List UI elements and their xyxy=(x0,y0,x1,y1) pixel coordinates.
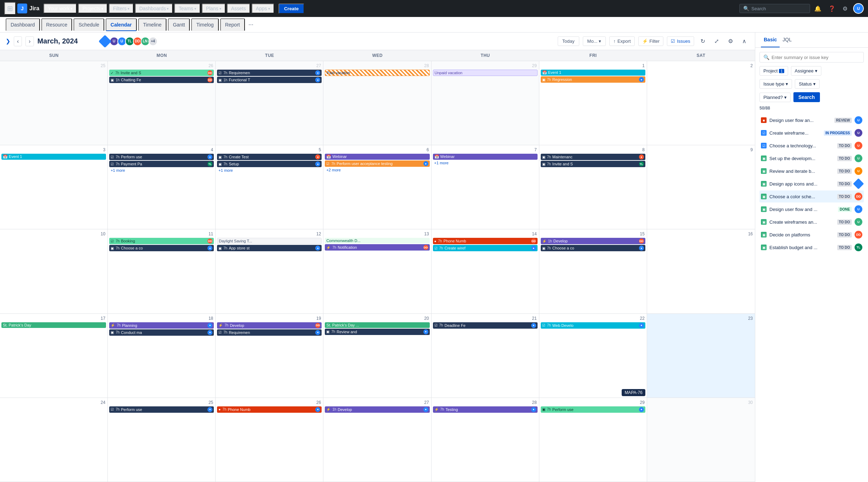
calendar-event[interactable]: ☑ 7h Perform use ● xyxy=(109,406,214,413)
collapse-button[interactable]: ∧ xyxy=(739,36,749,46)
calendar-cell[interactable]: 21 ☑ 7h Deadline Fe ● xyxy=(432,314,539,398)
apps-nav[interactable]: Apps ▾ xyxy=(252,4,274,13)
issue-item[interactable]: ☑ Choose a technology... TO DO U xyxy=(760,140,864,152)
calendar-cell[interactable]: 26 ● 7h Phone Numb ● xyxy=(216,398,323,482)
issue-search-box[interactable]: 🔍 xyxy=(760,52,864,63)
issue-item[interactable]: ▣ Establish budget and ... TO DO TL xyxy=(760,241,864,253)
more-events-link[interactable]: +1 more xyxy=(433,160,538,165)
calendar-cell-paid-vacation[interactable]: 28 Paid vacation xyxy=(323,61,431,145)
calendar-event[interactable]: ▣ 7h Conduct ma ● xyxy=(109,329,214,336)
calendar-cell[interactable]: 27 ⚡ 1h Develop ● xyxy=(323,398,431,482)
calendar-cell[interactable]: 25 xyxy=(0,61,108,145)
event1-event[interactable]: 📅 Event 1 xyxy=(541,70,645,76)
calendar-event[interactable]: ☑ 7h Perform user acceptance testing ● xyxy=(325,160,429,167)
tab-jql[interactable]: JQL xyxy=(780,33,794,47)
stpatricks-event[interactable]: St. Patrick's Day xyxy=(1,322,106,328)
status-filter-button[interactable]: Status ▾ xyxy=(795,79,820,89)
avatar-diamond[interactable] xyxy=(98,35,111,48)
tab-basic[interactable]: Basic xyxy=(761,33,780,47)
calendar-cell[interactable]: 15 ⚡ 1h Develop DD ▣ 7h Choose a co ● xyxy=(539,229,647,313)
calendar-cell[interactable]: 29 ▣ 7h Perform use ● xyxy=(539,398,647,482)
calendar-cell[interactable]: 3 📅 Event 1 xyxy=(0,145,108,229)
calendar-event[interactable]: ▣ 7h Perform use ● xyxy=(541,406,645,413)
calendar-cell[interactable]: 6 📅 Webinar ☑ 7h Perform user acceptance… xyxy=(323,145,431,229)
fullscreen-button[interactable]: ⤢ xyxy=(711,36,722,46)
timeline-tab[interactable]: Timeline xyxy=(138,18,166,31)
calendar-event[interactable]: ● 7h Phone Numb DD xyxy=(433,238,538,244)
stpatricks-event[interactable]: St. Patrick's Day ... xyxy=(325,322,429,328)
daylight-event[interactable]: Daylight Saving T... xyxy=(217,238,322,244)
calendar-event[interactable]: ⚡ 7h Planning ● xyxy=(109,322,214,329)
calendar-cell[interactable]: 14 ● 7h Phone Numb DD ☑ 7h Create wiref … xyxy=(432,229,539,313)
calendar-event[interactable]: ▣ 7h Choose a co ● xyxy=(541,245,645,251)
calendar-event[interactable]: ▣ 7h Invite and S TL xyxy=(541,161,645,167)
today-button[interactable]: Today xyxy=(558,36,579,46)
calendar-event[interactable]: ▣ 1h Functional T ● xyxy=(217,77,322,83)
help-button[interactable]: ❓ xyxy=(826,4,838,13)
issue-item[interactable]: ▣ Decide on platforms TO DO DD xyxy=(760,229,864,241)
commonwealth-event[interactable]: Commonwealth D... xyxy=(325,238,429,243)
your-work-nav[interactable]: Your work ▾ xyxy=(43,4,77,13)
calendar-event[interactable]: ▣ 7h Regression ● xyxy=(541,76,645,83)
plans-nav[interactable]: Plans ▾ xyxy=(202,4,225,13)
calendar-cell[interactable]: 1 📅 Event 1 ▣ 7h Regression ● xyxy=(539,61,647,145)
calendar-cell[interactable]: 5 ▣ 7h Create Test ● ▣ 7h Setup ● xyxy=(216,145,323,229)
issue-item[interactable]: ▣ Design user flow and ... DONE U xyxy=(760,203,864,215)
schedule-tab[interactable]: Schedule xyxy=(74,18,104,31)
calendar-cell[interactable]: 4 ☑ 7h Perform use ● ☑ 7h Payment Pa TL xyxy=(108,145,216,229)
planned-filter-button[interactable]: Planned? ▾ xyxy=(760,93,791,102)
issue-item[interactable]: ▣ Design app icons and... TO DO xyxy=(760,178,864,190)
calendar-cell[interactable]: 27 ☑ 7h Requiremen ● ▣ 1h Functional T ● xyxy=(216,61,323,145)
apps-menu-button[interactable]: ⊞ xyxy=(4,2,16,15)
calendar-event[interactable]: ☑ 7h Perform use ● xyxy=(109,154,214,160)
calendar-cell[interactable]: 19 ⚡ 7h Develop DD ☑ 7h Requiremen ● xyxy=(216,314,323,398)
more-events-link[interactable]: +1 more xyxy=(217,168,322,173)
settings-icon[interactable]: ⚙ xyxy=(725,36,736,46)
calendar-event[interactable]: ▣ 7h App store st ● xyxy=(217,245,322,251)
dashboards-nav[interactable]: Dashboards ▾ xyxy=(135,4,173,13)
unpaid-vacation-event[interactable]: Unpaid vacation xyxy=(433,70,538,76)
event1-event[interactable]: 📅 Event 1 xyxy=(1,154,106,160)
refresh-button[interactable]: ↻ xyxy=(698,36,708,46)
calendar-cell[interactable]: 7 📅 Webinar +1 more xyxy=(432,145,539,229)
calendar-event[interactable]: ⚡ 7h Notification DD xyxy=(325,244,429,251)
calendar-event[interactable]: ⚡ 1h Develop ● xyxy=(325,406,429,413)
notifications-button[interactable]: 🔔 xyxy=(811,4,824,13)
avatar-more[interactable]: +4 xyxy=(148,37,158,46)
calendar-cell[interactable]: 12 Daylight Saving T... ▣ 7h App store s… xyxy=(216,229,323,313)
calendar-cell[interactable]: 11 ☑ 7h Booking DD ▣ 7h Choose a co ● xyxy=(108,229,216,313)
calendar-next-button[interactable]: › xyxy=(25,36,34,46)
filter-button[interactable]: ⚡ Filter xyxy=(638,36,664,46)
issue-search-input[interactable] xyxy=(772,55,860,60)
teams-nav[interactable]: Teams ▾ xyxy=(174,4,200,13)
calendar-event[interactable]: ▣ 7h Maintenanc ● xyxy=(541,154,645,160)
calendar-cell[interactable]: 20 St. Patrick's Day ... ▣ 7h Review and… xyxy=(323,314,431,398)
issue-item[interactable]: ☑ Create wireframe... IN PROGRESS U xyxy=(760,127,864,139)
issue-item[interactable]: ■ Design user flow an... REVIEW U xyxy=(760,114,864,126)
calendar-cell[interactable]: 10 xyxy=(0,229,108,313)
issue-item-highlighted[interactable]: ▣ Choose a color sche... TO DO DD xyxy=(760,190,864,202)
calendar-prev-button[interactable]: ‹ xyxy=(14,36,22,46)
calendar-event[interactable]: ☑ 7h Create wiref ● xyxy=(433,245,538,251)
calendar-event[interactable]: ▣ 7h Choose a co ● xyxy=(109,245,214,251)
issues-button[interactable]: ☑ Issues xyxy=(667,36,694,46)
search-button[interactable]: Search xyxy=(793,92,820,102)
calendar-event[interactable]: ✓ 7h Invite and S DD xyxy=(109,70,214,76)
user-avatar[interactable]: U xyxy=(853,3,864,14)
calendar-event[interactable]: ☑ 7h Deadline Fe ● xyxy=(433,322,538,329)
calendar-cell[interactable]: 13 Commonwealth D... ⚡ 7h Notification D… xyxy=(323,229,431,313)
issue-type-filter-button[interactable]: Issue type ▾ xyxy=(760,79,792,89)
more-events-link[interactable]: +1 more xyxy=(109,168,214,173)
calendar-event[interactable]: ☑ 7h Requiremen ● xyxy=(217,329,322,336)
paid-vacation-event[interactable]: Paid vacation xyxy=(325,70,429,76)
more-events-link[interactable]: +2 more xyxy=(325,167,429,172)
projects-nav[interactable]: Projects ▾ xyxy=(78,4,107,13)
global-search[interactable]: 🔍 Search xyxy=(739,4,810,13)
calendar-event[interactable]: ⚡ 1h Develop DD xyxy=(541,238,645,244)
calendar-event[interactable]: ▣ 7h Review and ● xyxy=(325,329,429,335)
calendar-event[interactable]: ⚡ 7h Testing ● xyxy=(433,406,538,413)
issue-item[interactable]: ▣ Create wireframes an... TO DO U xyxy=(760,216,864,228)
webinar-event[interactable]: 📅 Webinar xyxy=(433,154,538,160)
create-button[interactable]: Create xyxy=(278,4,305,14)
filters-nav[interactable]: Filters ▾ xyxy=(109,4,134,13)
